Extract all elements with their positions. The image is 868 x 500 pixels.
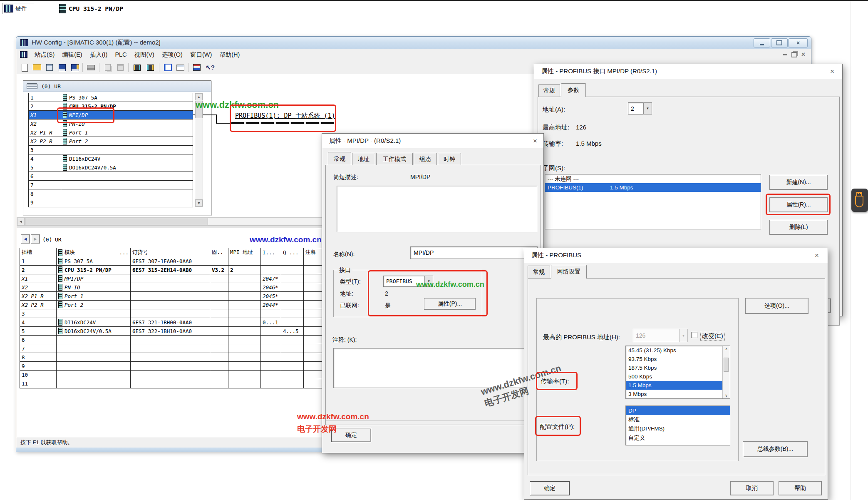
detail-row[interactable]: X2PN-IO2046* — [20, 283, 330, 292]
rack-row[interactable]: 7 — [29, 181, 193, 189]
tab-address[interactable]: 地址 — [352, 153, 375, 165]
menu-edit[interactable]: 编辑(E) — [58, 49, 86, 60]
save-station-icon[interactable] — [44, 62, 55, 72]
transmission-rate-listbox[interactable]: ∧ ∨ 45.45 (31.25) Kbps93.75 Kbps187.5 Kb… — [625, 346, 730, 399]
menu-station[interactable]: 站点(S) — [31, 49, 58, 60]
new-document-icon[interactable] — [19, 62, 30, 72]
close-icon[interactable]: × — [812, 251, 822, 260]
nav-forward-button[interactable]: ► — [31, 234, 40, 244]
close-button[interactable]: × — [789, 38, 808, 47]
help-icon[interactable]: ↖? — [205, 62, 216, 72]
column-header-firmware[interactable]: 固.. — [210, 248, 228, 257]
subnet-properties-button[interactable]: 属性(R)... — [769, 197, 828, 212]
rack-row[interactable]: X2PN-IO — [29, 119, 193, 128]
nav-back-button[interactable]: ◄ — [21, 234, 30, 244]
baud-rate-option[interactable]: 500 Kbps — [626, 372, 727, 381]
rack-row[interactable]: 9 — [29, 198, 193, 207]
rack-row[interactable]: X1MPI/DP — [29, 111, 193, 119]
detail-row[interactable]: 8 — [20, 353, 330, 362]
taskbar-item-cpu[interactable]: CPU 315-2 PN/DP — [59, 3, 123, 14]
titlebar[interactable]: HW Config - [SIMATIC 300(1) (配置) -- demo… — [16, 37, 811, 49]
menu-insert[interactable]: 插入(I) — [86, 49, 112, 60]
profile-option[interactable]: DP — [626, 406, 730, 415]
rack-scrollbar[interactable]: ▲ ▼ — [195, 93, 203, 207]
minimize-button[interactable] — [754, 38, 770, 47]
scroll-down-icon[interactable]: ∨ — [723, 393, 730, 398]
scrollbar-thumb[interactable] — [724, 358, 729, 372]
copy-icon[interactable] — [102, 62, 113, 72]
type-combobox[interactable]: PROFIBUS ▼ — [383, 276, 433, 287]
taskbar-item-hardware[interactable]: 硬件 — [2, 3, 34, 14]
catalog-icon[interactable] — [162, 62, 173, 72]
close-icon[interactable]: × — [827, 67, 837, 76]
new-subnet-button[interactable]: 新建(N)... — [769, 175, 828, 190]
close-icon[interactable]: × — [530, 137, 540, 146]
options-button[interactable]: 选项(O)... — [745, 298, 808, 314]
description-box[interactable] — [337, 186, 537, 232]
comment-textarea[interactable] — [333, 348, 540, 388]
menu-help[interactable]: 帮助(H) — [216, 49, 243, 60]
tab-general[interactable]: 常规 — [328, 152, 351, 165]
baud-rate-option[interactable]: 1.5 Mbps — [626, 381, 727, 390]
detail-row[interactable]: X2 P1 RPort 12045* — [20, 292, 330, 301]
mdi-restore-icon[interactable] — [791, 52, 797, 57]
cancel-button[interactable]: 取消 — [730, 481, 774, 495]
dialog-titlebar[interactable]: 属性 - PROFIBUS — [524, 248, 828, 263]
bus-parameters-button[interactable]: 总线参数(B)... — [743, 441, 808, 457]
tab-general[interactable]: 常规 — [538, 84, 560, 97]
dialog-titlebar[interactable]: 属性 - MPI/DP - (R0/S2.1) — [322, 134, 543, 148]
rack-row[interactable]: 6 — [29, 172, 193, 181]
save-compile-icon[interactable] — [69, 62, 80, 72]
interface-properties-button[interactable]: 属性(P)... — [424, 298, 476, 310]
help-button[interactable]: 帮助 — [779, 481, 822, 495]
subnet-item[interactable]: --- 未连网 --- — [545, 174, 761, 183]
detail-row[interactable]: 4DI16xDC24V6ES7 321-1BH00-0AA00...1 — [20, 318, 330, 327]
profile-option[interactable]: 自定义 — [626, 433, 730, 443]
chevron-down-icon[interactable]: ▼ — [424, 276, 433, 287]
tab-parameters[interactable]: 参数 — [561, 83, 586, 97]
highest-address-combobox[interactable]: 126 ▼ — [633, 329, 688, 342]
subnet-listbox[interactable]: --- 未连网 ---PROFIBUS(1)1.5 Mbps — [545, 174, 761, 229]
rack-row[interactable]: X2 P2 RPort 2 — [29, 137, 193, 146]
column-header-q[interactable]: Q ... — [281, 248, 304, 257]
column-header-slot[interactable]: 插槽 — [20, 248, 57, 257]
ok-button[interactable]: 确定 — [331, 428, 371, 442]
baud-rate-option[interactable]: 93.75 Kbps — [626, 355, 727, 363]
chevron-down-icon[interactable]: ▼ — [643, 102, 652, 114]
station-window-icon[interactable] — [175, 62, 186, 72]
upload-icon[interactable] — [145, 62, 156, 72]
menu-window[interactable]: 窗口(W) — [186, 49, 216, 60]
subnet-item[interactable]: PROFIBUS(1)1.5 Mbps — [545, 183, 761, 192]
menu-plc[interactable]: PLC — [111, 50, 130, 60]
network-icon[interactable] — [191, 62, 202, 72]
name-input[interactable]: MPI/DP — [410, 246, 538, 259]
profile-listbox[interactable]: DP标准通用(DP/FMS)自定义 — [625, 405, 730, 445]
scrollbar-thumb[interactable] — [195, 101, 203, 118]
profile-option[interactable]: 通用(DP/FMS) — [626, 424, 730, 433]
detail-row[interactable]: X1MPI/DP2047* — [20, 274, 330, 283]
tab-general[interactable]: 常规 — [528, 266, 550, 278]
paste-icon[interactable] — [115, 62, 126, 72]
scrollbar-thumb[interactable] — [25, 218, 208, 225]
scroll-down-icon[interactable]: ▼ — [195, 199, 203, 206]
open-station-icon[interactable] — [32, 62, 42, 72]
tab-network-settings[interactable]: 网络设置 — [551, 265, 587, 279]
bus-label[interactable]: PROFIBUS(1): DP 主站系统 (1) — [235, 112, 335, 120]
rack-row[interactable]: 4DI16xDC24V — [29, 154, 193, 163]
detail-row[interactable]: 9 — [20, 362, 330, 371]
scroll-up-icon[interactable]: ∧ — [723, 347, 730, 351]
baud-rate-option[interactable]: 187.5 Kbps — [626, 363, 727, 372]
menu-options[interactable]: 选项(O) — [158, 49, 186, 60]
download-icon[interactable] — [131, 62, 142, 72]
save-icon[interactable] — [57, 62, 67, 72]
profile-option[interactable]: 标准 — [626, 415, 730, 424]
detail-row[interactable]: 6 — [20, 336, 330, 344]
rack-row[interactable]: 1PS 307 5A — [29, 93, 193, 102]
mdi-close-icon[interactable]: × — [801, 52, 805, 57]
change-checkbox[interactable] — [691, 332, 697, 338]
change-checkbox-label[interactable]: 改变(C) — [700, 332, 725, 341]
detail-row[interactable]: 3 — [20, 309, 330, 318]
usb-drive-icon[interactable] — [851, 189, 868, 212]
menu-view[interactable]: 视图(V) — [131, 49, 158, 60]
station-window-header[interactable]: (0) UR — [23, 81, 211, 92]
